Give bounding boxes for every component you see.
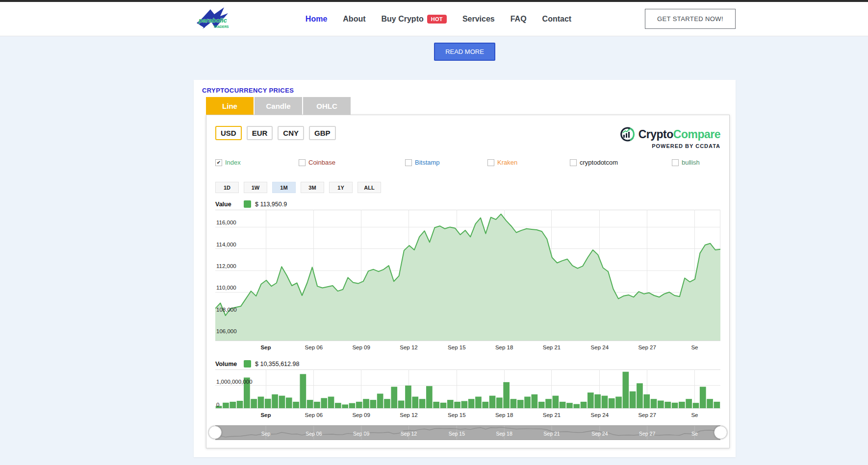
chart-type-tabs: LineCandleOHLC	[206, 97, 727, 115]
svg-text:110,000: 110,000	[216, 285, 236, 291]
chart-navigator[interactable]: SepSep 06Sep 09Sep 12Sep 15Sep 18Sep 21S…	[215, 425, 720, 440]
checkbox-icon[interactable]	[299, 159, 306, 166]
value-legend-amount: $ 113,950.9	[255, 201, 287, 208]
volume-legend-amount: $ 10,355,612.98	[255, 361, 299, 367]
get-started-button[interactable]: GET STARTED NOW!	[645, 9, 736, 29]
svg-text:Sep 12: Sep 12	[400, 344, 417, 350]
cc-brand-compare: Compare	[673, 128, 720, 141]
volume-legend-swatch	[244, 360, 251, 367]
range-button-all[interactable]: ALL	[357, 182, 381, 193]
cc-brand-crypto: Crypto	[638, 128, 673, 141]
exchange-label: Kraken	[497, 159, 517, 166]
nav-item-services[interactable]: Services	[462, 15, 495, 24]
navigator-handle-right[interactable]	[714, 426, 727, 439]
exchange-checkbox-kraken[interactable]: Kraken	[487, 159, 517, 166]
exchange-checkbox-index[interactable]: ✔Index	[215, 159, 241, 166]
nav-item-about[interactable]: About	[343, 15, 365, 24]
svg-text:Se: Se	[691, 431, 698, 437]
svg-text:Sep: Sep	[261, 431, 271, 437]
navigator-mini-chart[interactable]: SepSep 06Sep 09Sep 12Sep 15Sep 18Sep 21S…	[215, 425, 720, 440]
svg-text:Sep 09: Sep 09	[353, 431, 369, 437]
value-legend-title: Value	[215, 201, 244, 208]
volume-legend[interactable]: Volume $ 10,355,612.98	[215, 360, 720, 367]
svg-text:Sep 15: Sep 15	[448, 412, 465, 418]
svg-text:Sep 21: Sep 21	[543, 412, 561, 418]
range-button-1d[interactable]: 1D	[215, 182, 239, 193]
svg-text:Sep 12: Sep 12	[400, 412, 417, 418]
currency-button-cny[interactable]: CNY	[278, 126, 304, 140]
exchange-label: cryptodotcom	[580, 159, 618, 166]
svg-text:Sep 18: Sep 18	[495, 412, 513, 418]
svg-text:Se: Se	[691, 412, 698, 418]
exchange-checkbox-bullish[interactable]: bullish	[672, 159, 700, 166]
navigator-handle-left[interactable]	[208, 426, 222, 439]
svg-text:Sep 27: Sep 27	[639, 431, 655, 437]
range-button-1y[interactable]: 1Y	[329, 182, 353, 193]
svg-text:Sep 18: Sep 18	[495, 344, 513, 350]
checkbox-checked-icon[interactable]: ✔	[215, 159, 222, 166]
exchange-label: bullish	[682, 159, 700, 166]
tab-line[interactable]: Line	[206, 97, 254, 115]
svg-text:Sep 24: Sep 24	[591, 412, 609, 418]
price-area-chart[interactable]: 116,000114,000112,000110,000108,000106,0…	[215, 210, 720, 353]
main-nav: HomeAboutBuy CryptoHOTServicesFAQContact	[232, 15, 645, 24]
svg-text:106,000: 106,000	[216, 328, 237, 334]
checkbox-icon[interactable]	[570, 159, 577, 166]
chart-toolbar: USDEURCNYGBP CryptoCompare POWERED BY CC…	[215, 126, 720, 149]
nav-item-label: Services	[462, 15, 495, 24]
site-header: parabolic TRADERS HomeAboutBuy CryptoHOT…	[0, 2, 868, 36]
cc-powered-by: POWERED BY CCDATA	[652, 143, 720, 149]
logo-shark-icon: parabolic TRADERS	[194, 6, 232, 32]
svg-text:116,000: 116,000	[216, 220, 236, 225]
nav-item-buy-crypto[interactable]: Buy CryptoHOT	[382, 15, 447, 24]
nav-item-label: About	[343, 15, 365, 24]
exchange-checkbox-bitstamp[interactable]: Bitstamp	[405, 159, 440, 166]
svg-text:Sep 09: Sep 09	[352, 412, 370, 418]
section-title: CRYPTOCURRENCY PRICES	[202, 87, 727, 94]
cryptocurrency-prices-card: CRYPTOCURRENCY PRICES LineCandleOHLC USD…	[194, 80, 736, 457]
exchange-filters: ✔IndexCoinbaseBitstampKrakencryptodotcom…	[215, 159, 720, 169]
logo[interactable]: parabolic TRADERS	[194, 6, 232, 32]
read-more-button[interactable]: READ MORE	[434, 43, 495, 61]
range-button-1w[interactable]: 1W	[244, 182, 267, 193]
nav-item-contact[interactable]: Contact	[542, 15, 572, 24]
cryptocompare-logo[interactable]: CryptoCompare POWERED BY CCDATA	[618, 126, 720, 149]
tab-candle[interactable]: Candle	[255, 97, 302, 115]
hot-badge: HOT	[427, 15, 447, 24]
range-button-1m[interactable]: 1M	[272, 182, 296, 193]
svg-text:Sep 12: Sep 12	[401, 431, 417, 437]
svg-text:Sep 27: Sep 27	[638, 344, 656, 350]
checkbox-icon[interactable]	[487, 159, 494, 166]
nav-item-label: Contact	[542, 15, 572, 24]
exchange-checkbox-coinbase[interactable]: Coinbase	[299, 159, 335, 166]
nav-item-label: Home	[306, 15, 327, 24]
svg-text:114,000: 114,000	[216, 242, 236, 247]
currency-button-gbp[interactable]: GBP	[309, 126, 336, 140]
volume-bar-chart[interactable]: 1,000,000,0000SepSep 06Sep 09Sep 12Sep 1…	[215, 369, 720, 419]
svg-text:0: 0	[216, 402, 219, 408]
range-button-3m[interactable]: 3M	[301, 182, 324, 193]
nav-item-label: FAQ	[511, 15, 527, 24]
exchange-checkbox-cryptodotcom[interactable]: cryptodotcom	[570, 159, 618, 166]
exchange-label: Index	[225, 159, 241, 166]
value-legend-swatch	[244, 200, 251, 208]
svg-text:Sep: Sep	[260, 344, 271, 350]
value-legend[interactable]: Value $ 113,950.9	[215, 200, 720, 208]
nav-item-faq[interactable]: FAQ	[511, 15, 527, 24]
time-range-selector: 1D1W1M3M1YALL	[215, 182, 720, 193]
exchange-label: Bitstamp	[415, 159, 440, 166]
svg-text:112,000: 112,000	[216, 263, 236, 269]
svg-text:Sep 18: Sep 18	[496, 431, 512, 437]
svg-text:Sep 24: Sep 24	[591, 431, 608, 437]
cryptocompare-icon	[618, 126, 636, 143]
currency-button-eur[interactable]: EUR	[247, 126, 273, 140]
tab-ohlc[interactable]: OHLC	[303, 97, 351, 115]
svg-text:Sep 15: Sep 15	[449, 431, 465, 437]
nav-item-home[interactable]: Home	[306, 15, 327, 24]
currency-button-usd[interactable]: USD	[215, 126, 242, 140]
checkbox-icon[interactable]	[672, 159, 679, 166]
svg-text:Sep 15: Sep 15	[448, 344, 465, 350]
svg-text:Se: Se	[691, 344, 698, 350]
checkbox-icon[interactable]	[405, 159, 412, 166]
svg-text:Sep 06: Sep 06	[306, 431, 322, 437]
